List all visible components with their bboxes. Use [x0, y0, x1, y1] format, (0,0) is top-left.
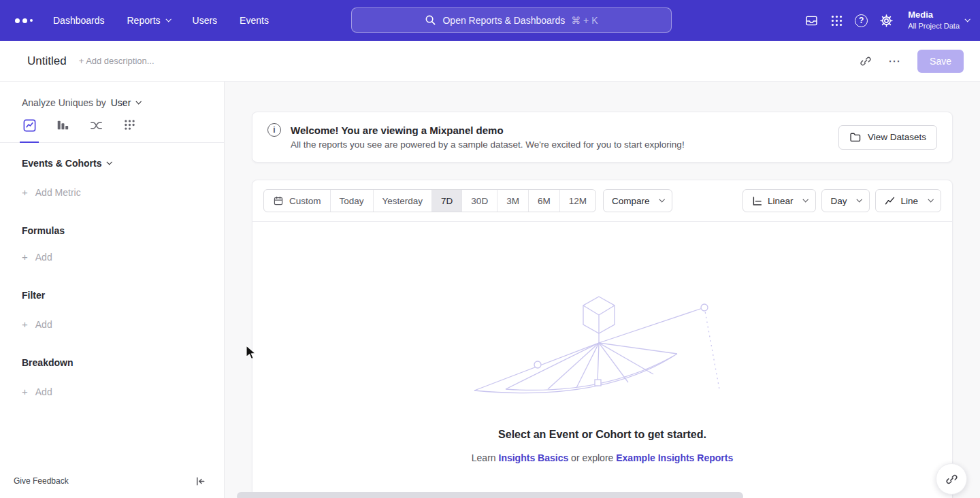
- interval-label: Day: [830, 196, 847, 206]
- analyze-value-dropdown[interactable]: User: [111, 97, 141, 108]
- add-formula-label: Add: [35, 252, 52, 263]
- project-name: Media: [908, 10, 960, 21]
- date-range-segmented-control: Custom Today Yesterday 7D 30D 3M 6M 12M: [263, 189, 596, 212]
- range-custom-label: Custom: [289, 196, 321, 206]
- view-datasets-label: View Datasets: [868, 132, 926, 142]
- nav-users[interactable]: Users: [193, 15, 218, 26]
- dots-grid-icon: [123, 118, 136, 131]
- interval-dropdown[interactable]: Day: [821, 189, 870, 212]
- range-3m[interactable]: 3M: [497, 190, 529, 212]
- share-link-fab[interactable]: [936, 463, 967, 495]
- learn-prefix: Learn: [472, 452, 496, 463]
- copy-link-icon[interactable]: [860, 55, 872, 67]
- nav-users-label: Users: [193, 15, 218, 26]
- add-breakdown-label: Add: [35, 386, 52, 397]
- apps-grid-icon[interactable]: [830, 14, 843, 27]
- report-title[interactable]: Untitled: [27, 54, 67, 68]
- search-shortcut: ⌘ + K: [571, 15, 598, 26]
- insights-report-card: Custom Today Yesterday 7D 30D 3M 6M 12M …: [252, 180, 953, 498]
- global-search[interactable]: Open Reports & Dashboards ⌘ + K: [351, 7, 672, 33]
- add-metric-button[interactable]: +Add Metric: [0, 186, 224, 198]
- plus-icon: +: [22, 251, 28, 263]
- middle-text: or explore: [571, 452, 613, 463]
- funnel-bars-icon: [56, 118, 69, 132]
- view-datasets-button[interactable]: View Datasets: [838, 125, 937, 150]
- chart-toolbar: Custom Today Yesterday 7D 30D 3M 6M 12M …: [252, 180, 952, 221]
- chevron-down-icon: [803, 197, 808, 202]
- formulas-label: Formulas: [22, 225, 65, 236]
- banner-subtitle: All the reports you see are powered by a…: [291, 139, 685, 150]
- nav-reports[interactable]: Reports: [127, 15, 170, 26]
- collapse-sidebar-icon[interactable]: [195, 476, 206, 487]
- events-cohorts-label: Events & Cohorts: [22, 158, 101, 169]
- section-breakdown: Breakdown: [0, 357, 224, 368]
- plus-icon: +: [22, 386, 28, 397]
- project-switcher[interactable]: Media All Project Data: [908, 10, 969, 31]
- chart-type-dropdown[interactable]: Line: [875, 189, 941, 212]
- tab-funnels[interactable]: [54, 118, 71, 142]
- chart-type-label: Line: [900, 196, 918, 206]
- project-info: Media All Project Data: [908, 10, 960, 31]
- report-type-tabs: [0, 118, 224, 143]
- top-navbar: Dashboards Reports Users Events Open Rep…: [0, 0, 980, 41]
- insights-basics-link[interactable]: Insights Basics: [499, 452, 569, 463]
- give-feedback-link[interactable]: Give Feedback: [14, 476, 69, 486]
- main-content: i Welcome! You are viewing a Mixpanel de…: [225, 82, 980, 498]
- range-12m[interactable]: 12M: [560, 190, 595, 212]
- section-events-cohorts[interactable]: Events & Cohorts: [0, 158, 224, 169]
- nav-events[interactable]: Events: [240, 15, 269, 26]
- more-options-button[interactable]: ⋯: [888, 54, 901, 69]
- tab-flows[interactable]: [88, 118, 104, 142]
- folder-icon: [849, 131, 862, 144]
- link-icon: [945, 473, 958, 486]
- chevron-down-icon: [136, 99, 142, 104]
- tab-insights[interactable]: [21, 118, 37, 142]
- inbox-icon[interactable]: [804, 14, 819, 28]
- add-formula-button[interactable]: +Add: [0, 251, 224, 263]
- chevron-down-icon: [928, 197, 933, 202]
- topnav-right-group: ? Media All Project Data: [804, 0, 969, 41]
- range-6m[interactable]: 6M: [529, 190, 560, 212]
- range-3m-label: 3M: [506, 196, 519, 206]
- chevron-down-icon: [107, 159, 112, 165]
- empty-state-subtitle: Learn Insights Basics or explore Example…: [252, 452, 952, 463]
- scale-dropdown[interactable]: Linear: [742, 189, 817, 212]
- nav-dashboards-label: Dashboards: [53, 15, 105, 26]
- calendar-icon: [273, 195, 284, 206]
- analyze-label: Analyze Uniques by: [22, 97, 106, 108]
- range-7d[interactable]: 7D: [432, 190, 462, 212]
- add-filter-label: Add: [35, 319, 52, 330]
- mixpanel-logo-icon[interactable]: [15, 18, 33, 23]
- project-scope: All Project Data: [908, 21, 960, 31]
- range-custom[interactable]: Custom: [264, 190, 331, 212]
- save-button[interactable]: Save: [917, 50, 964, 73]
- chevron-down-icon: [659, 197, 665, 202]
- help-icon[interactable]: ?: [855, 14, 868, 27]
- horizontal-scrollbar[interactable]: [237, 492, 743, 498]
- compare-button[interactable]: Compare: [603, 189, 673, 212]
- range-30d[interactable]: 30D: [462, 190, 497, 212]
- settings-gear-icon[interactable]: [879, 14, 894, 28]
- add-filter-button[interactable]: +Add: [0, 318, 224, 330]
- line-chart-icon: [884, 195, 896, 207]
- section-filter: Filter: [0, 290, 224, 301]
- range-30d-label: 30D: [471, 196, 488, 206]
- range-today[interactable]: Today: [331, 190, 374, 212]
- add-breakdown-button[interactable]: +Add: [0, 386, 224, 397]
- empty-state: Select an Event or Cohort to get started…: [252, 222, 952, 463]
- chevron-down-icon: [165, 16, 171, 22]
- banner-text: Welcome! You are viewing a Mixpanel demo…: [291, 124, 685, 150]
- report-header: Untitled + Add description... ⋯ Save: [0, 41, 980, 82]
- add-description-field[interactable]: + Add description...: [79, 56, 154, 66]
- nav-dashboards[interactable]: Dashboards: [53, 15, 105, 26]
- glider-wireframe-illustration: [473, 288, 732, 397]
- nav-reports-label: Reports: [127, 15, 161, 26]
- linear-axis-icon: [751, 195, 763, 207]
- analyze-uniques-row: Analyze Uniques by User: [0, 82, 224, 108]
- section-formulas: Formulas: [0, 225, 224, 236]
- tab-retention[interactable]: [121, 118, 137, 142]
- chevron-down-icon: [964, 16, 970, 22]
- example-reports-link[interactable]: Example Insights Reports: [616, 452, 733, 463]
- range-yesterday[interactable]: Yesterday: [374, 190, 433, 212]
- range-6m-label: 6M: [538, 196, 551, 206]
